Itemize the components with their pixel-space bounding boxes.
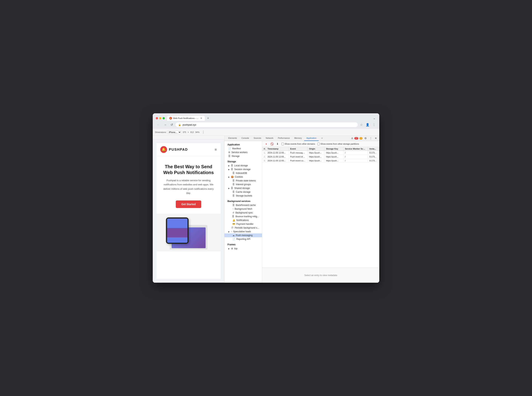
forward-button[interactable]: →	[162, 122, 168, 127]
background-section-header: Background services	[224, 199, 262, 203]
local-storage-label: Local storage	[234, 164, 248, 167]
sidebar-item-manifest[interactable]: 📄 Manifest	[224, 147, 262, 151]
sidebar-item-service-workers[interactable]: ⚙ Service workers	[224, 151, 262, 154]
local-storage-icon: 🗄	[231, 164, 233, 167]
cta-button[interactable]: Get Started	[176, 200, 201, 208]
new-tab-button[interactable]: +	[206, 116, 211, 121]
cell-storage-key-2: https://push...	[324, 155, 343, 159]
device-dropdown[interactable]: iPhone...	[167, 130, 181, 134]
tab-sources[interactable]: Sources	[251, 136, 263, 141]
table-row[interactable]: 2 2024-11-05 12:05... Push event dispatc…	[262, 155, 379, 159]
account-icon[interactable]: 👤	[365, 122, 370, 127]
tab-performance[interactable]: Performance	[276, 136, 292, 141]
error-badge: 17	[354, 137, 358, 140]
notifications-icon: 🔔	[232, 219, 235, 221]
record-button[interactable]: ●	[264, 142, 268, 146]
periodic-background-label: Periodic background s...	[235, 227, 259, 229]
navigation-toolbar: ← → ↺ 🔒 pushpad.xyz ☆ 👤 ⋮	[153, 121, 379, 129]
other-domains-checkbox-label[interactable]: Show events from other domains	[281, 143, 315, 145]
tab-memory[interactable]: Memory	[292, 136, 304, 141]
hero-section: The Best Way to Send Web Push Notificati…	[156, 156, 221, 214]
devtools-more-icon[interactable]: ⋮	[369, 136, 373, 140]
active-tab[interactable]: 🔔 Web Push Notifications - Pus ✕	[167, 116, 205, 121]
filter-button[interactable]: ⬇	[276, 142, 279, 146]
tab-application[interactable]: Application	[304, 136, 319, 141]
sidebar-item-bounce-tracking[interactable]: 🗄 Bounce tracking mitig...	[224, 215, 262, 218]
cell-num-2: 2	[262, 155, 266, 159]
other-domains-label: Show events from other domains	[285, 143, 315, 145]
devtools-settings-icon[interactable]: ⚙	[364, 136, 368, 140]
table-row[interactable]: 3 2024-11-05 12:05... Push event complet…	[262, 159, 379, 163]
sidebar-item-background-fetch[interactable]: ↑ Background fetch	[224, 207, 262, 211]
sidebar-item-cache-storage[interactable]: 🗄 Cache storage	[224, 190, 262, 194]
sidebar-item-cookies[interactable]: ▶ 🍪 Cookies	[224, 175, 262, 179]
back-button[interactable]: ←	[156, 122, 161, 127]
table-row[interactable]: 1 2024-11-05 12:05... Push message recei…	[262, 151, 379, 155]
devtools-tab-bar: Elements Console Sources Network Perform…	[224, 136, 379, 141]
storage-label: Storage	[232, 155, 239, 157]
notifications-label: Notifications	[236, 219, 249, 221]
sidebar-item-storage[interactable]: 🗄 Storage	[224, 154, 262, 158]
sidebar-item-back-forward-cache[interactable]: 🗄 Back/forward cache	[224, 203, 262, 207]
hero-title: The Best Way to Send Web Push Notificati…	[162, 164, 215, 175]
tab-elements[interactable]: Elements	[226, 136, 239, 141]
interest-groups-label: Interest groups	[236, 183, 251, 186]
tab-close-button[interactable]: ✕	[200, 117, 203, 120]
tab-console[interactable]: Console	[239, 136, 251, 141]
more-tabs-button[interactable]: »	[319, 136, 325, 141]
sidebar-item-push-messaging[interactable]: ☁ Push messaging	[224, 233, 262, 237]
cell-timestamp-3: 2024-11-05 12:05...	[266, 159, 289, 163]
payment-handler-icon: 💳	[232, 223, 235, 225]
emulation-menu-icon[interactable]: ⋮	[201, 129, 206, 135]
col-header-instance: Insta...	[368, 147, 379, 151]
sidebar-item-storage-buckets[interactable]: 🗄 Storage buckets	[224, 194, 262, 198]
devtools-panel: Elements Console Sources Network Perform…	[224, 136, 379, 283]
minimize-button[interactable]	[159, 117, 161, 119]
phone-screen	[167, 219, 187, 243]
push-events-table: # Timestamp Event Origin Storage Key Ser…	[262, 147, 379, 268]
tab-favicon: 🔔	[169, 117, 172, 120]
sidebar-item-private-state-tokens[interactable]: 🗄 Private state tokens	[224, 179, 262, 182]
hamburger-menu[interactable]: ≡	[215, 147, 217, 152]
speculative-loads-label: Speculative loads	[233, 230, 251, 233]
sidebar-item-periodic-background[interactable]: ⏱ Periodic background s...	[224, 226, 262, 230]
tab-menu-button[interactable]: ⌄	[372, 116, 376, 121]
sidebar-item-payment-handler[interactable]: 💳 Payment handler	[224, 222, 262, 226]
other-storage-checkbox-label[interactable]: Show events from other storage partition…	[317, 143, 359, 145]
device-selector[interactable]: Dimensions: iPhone...	[155, 130, 181, 134]
cell-origin-2: https://push...	[308, 155, 324, 159]
maximize-button[interactable]	[162, 117, 165, 119]
sidebar-item-shared-storage[interactable]: ▶ 🗄 Shared storage	[224, 186, 262, 190]
url-bar[interactable]: 🔒 pushpad.xyz	[176, 122, 358, 127]
storage-icon: 🗄	[228, 155, 231, 157]
shared-storage-label: Shared storage	[234, 187, 250, 190]
sidebar-item-session-storage[interactable]: ▶ 🗄 Session storage	[224, 168, 262, 171]
sidebar-item-local-storage[interactable]: ▶ 🗄 Local storage	[224, 164, 262, 168]
cell-sw-scope-2: /	[343, 155, 368, 159]
devtools-toolbar-right: ⚠ 17 4 ⚙ ⋮ ✕	[351, 136, 378, 140]
bookmark-icon[interactable]: ☆	[359, 122, 363, 127]
sidebar-item-notifications[interactable]: 🔔 Notifications	[224, 218, 262, 222]
tab-network[interactable]: Network	[263, 136, 276, 141]
clear-button[interactable]: 🚫	[270, 142, 274, 146]
sidebar-item-top-frame[interactable]: ▶ 🖥 top	[224, 247, 262, 250]
width-value: 375	[183, 131, 186, 133]
other-domains-checkbox[interactable]	[281, 143, 284, 145]
devtools-close-icon[interactable]: ✕	[374, 136, 378, 140]
pushpad-logo-icon: 🔔	[160, 146, 167, 153]
top-frame-icon: 🖥	[231, 247, 233, 250]
sidebar-item-speculative-loads[interactable]: ▶ ↑ Speculative loads	[224, 230, 262, 233]
local-storage-chevron: ▶	[228, 165, 230, 167]
sidebar-item-background-sync[interactable]: ↺ Background sync	[224, 211, 262, 215]
col-header-storage-key: Storage Key	[324, 147, 343, 151]
manifest-icon: 📄	[228, 147, 231, 150]
refresh-button[interactable]: ↺	[169, 122, 174, 127]
sidebar-item-reporting-api[interactable]: 📄 Reporting API	[224, 237, 262, 241]
cache-storage-icon: 🗄	[232, 191, 235, 193]
sidebar-item-indexeddb[interactable]: 🗄 IndexedDB	[224, 171, 262, 175]
menu-icon[interactable]: ⋮	[372, 122, 376, 127]
other-storage-checkbox[interactable]	[317, 143, 320, 145]
sidebar-item-interest-groups[interactable]: 🗄 Interest groups	[224, 182, 262, 186]
cell-instance-1: 0:173...	[368, 151, 379, 155]
close-button[interactable]	[156, 117, 158, 119]
